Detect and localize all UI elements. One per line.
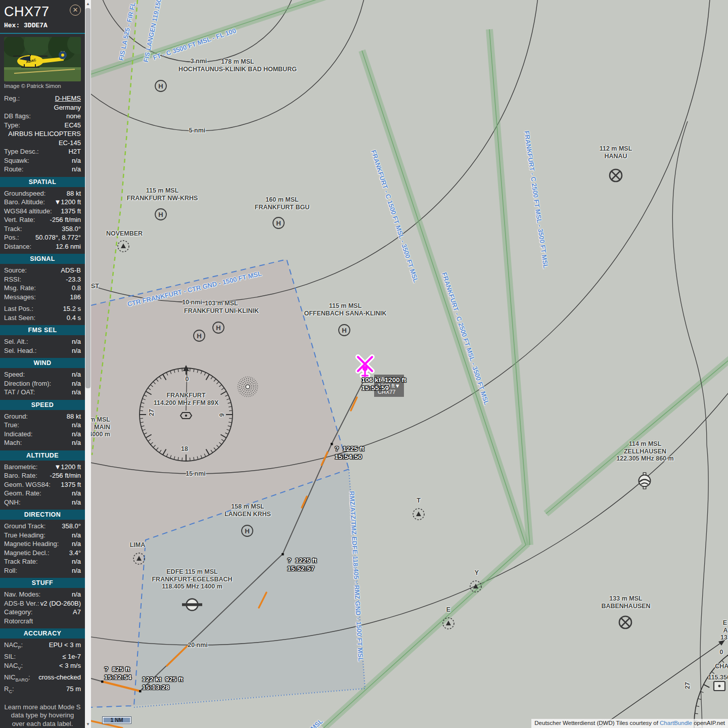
map-label: 158 m MSLLANGEN KRHS xyxy=(224,503,271,518)
row-value: n/a xyxy=(72,379,81,388)
row-value: 0.8 xyxy=(72,284,81,293)
map-label: LIMA xyxy=(130,541,146,549)
row-label: WGS84 altitude: xyxy=(4,207,52,216)
map-label: EDFE 115 m MSLFRANKFURT-EGELSBACH118.405… xyxy=(152,568,232,590)
row-value: n/a xyxy=(72,489,81,498)
trail-point-label: 106 kt 1200 ft15:55:59 xyxy=(361,376,406,392)
scroll-up-icon[interactable]: ▲ xyxy=(85,2,91,6)
data-row: Nav. Modes:n/a xyxy=(4,590,81,599)
registration-link[interactable]: D-HEMS xyxy=(55,94,81,103)
map-label: 27 xyxy=(148,409,156,416)
row-value: n/a xyxy=(72,388,81,397)
data-row: Magnetic Decl.:3.4° xyxy=(4,549,81,558)
glider-site-icon-zellhausen xyxy=(634,471,655,491)
row-label: Ground Track: xyxy=(4,522,46,531)
row-label: Baro. Altitude: xyxy=(4,198,45,207)
row-value: 358.0° xyxy=(62,522,81,531)
row-label: Sel. Alt.: xyxy=(4,337,28,346)
map-label: NOVEMBER xyxy=(106,230,143,238)
row-value: A7 xyxy=(73,608,81,617)
data-row: Messages:186 xyxy=(4,293,81,302)
airfield-icon-edfe xyxy=(180,597,204,612)
aircraft-detail-panel: CHX77 ✕ Hex: 3DDE7A ADAC Image © Patrick… xyxy=(0,0,85,728)
row-label: Mach: xyxy=(4,438,22,447)
row-value: n/a xyxy=(72,165,81,174)
data-row: Track Rate:n/a xyxy=(4,557,81,566)
svg-text:H: H xyxy=(276,219,281,227)
helicopter-icon[interactable] xyxy=(358,357,372,377)
data-row: Vert. Rate:-256 ft/min xyxy=(4,215,81,224)
close-icon[interactable]: ✕ xyxy=(70,5,81,16)
row-label: NACP: xyxy=(4,641,23,652)
data-row: Pos.:50.078°, 8.772° xyxy=(4,233,81,242)
data-row: DB flags:none xyxy=(4,112,81,121)
section-header-fms-sel: FMS SEL xyxy=(0,325,85,335)
row-value: 12.6 nmi xyxy=(56,242,81,251)
data-row: True Heading:n/a xyxy=(4,531,81,540)
vor-compass-rose-charlie xyxy=(599,637,728,728)
map-canvas[interactable]: Wind n/a 1200 ft▼ CHX77 178 m MSLHOCHTAU… xyxy=(91,0,728,728)
row-value: 15.2 s xyxy=(63,304,81,313)
row-value: 186 xyxy=(70,293,81,302)
row-label: Ground: xyxy=(4,412,28,421)
section-header-stuff: STUFF xyxy=(0,578,85,588)
svg-text:H: H xyxy=(158,211,163,218)
map-label: m MSLMAIN4000 m xyxy=(91,416,110,438)
scrollbar-thumb[interactable] xyxy=(85,8,90,388)
callsign-title: CHX77 xyxy=(4,4,81,20)
data-row: Ground Track:358.0° xyxy=(4,522,81,531)
svg-text:H: H xyxy=(342,327,346,334)
row-label: Speed: xyxy=(4,370,25,379)
data-row: Type Desc.:H2T xyxy=(4,147,81,156)
data-row: Msg. Rate:0.8 xyxy=(4,284,81,293)
data-row: NACP:EPU < 3 m xyxy=(4,641,81,652)
row-value: Germany xyxy=(54,103,81,112)
data-row: Germany xyxy=(4,103,81,112)
section-header-signal: SIGNAL xyxy=(0,254,85,264)
data-row: RC:75 m xyxy=(4,685,81,696)
row-label: Geom. WGS84: xyxy=(4,480,51,489)
row-value: ▼1200 ft xyxy=(54,463,81,472)
vfr-point-icon-lima xyxy=(131,551,147,566)
map-label: T xyxy=(417,497,421,505)
row-label: Sel. Head.: xyxy=(4,346,36,355)
map-label: 13 xyxy=(720,634,727,642)
scroll-down-icon[interactable]: ▼ xyxy=(85,722,91,726)
map-label: 112 m MSLHANAU xyxy=(600,145,632,160)
row-label: RC: xyxy=(4,685,14,696)
row-value: < 3 m/s xyxy=(59,661,81,673)
data-row: Roll:n/a xyxy=(4,566,81,575)
data-row: Rotorcraft xyxy=(4,617,81,626)
row-value: v2 (DO-260B) xyxy=(40,599,81,608)
map-label: 114 m MSLZELLHAUSEN122.305 MHz 860 m xyxy=(616,440,673,463)
hex-code: Hex: 3DDE7A xyxy=(4,22,81,29)
map-label: 18 xyxy=(181,445,188,453)
data-row: Magnetic Heading:n/a xyxy=(4,539,81,549)
data-row: True:n/a xyxy=(4,421,81,430)
vfr-point-icon-t xyxy=(411,507,426,522)
helipad-icon-hochtaunus: H xyxy=(153,78,168,94)
map-label: A xyxy=(723,627,727,634)
row-value: n/a xyxy=(72,430,81,439)
aircraft-info-rows: Reg.:D-HEMSGermanyDB flags:noneType:EC45… xyxy=(4,94,81,174)
row-value: n/a xyxy=(72,438,81,447)
map-label: 133 m MSLBABENHAUSEN xyxy=(601,595,650,610)
row-label: Track Rate: xyxy=(4,557,38,566)
row-value: 1375 ft xyxy=(61,480,81,489)
data-row: Direction (from):n/a xyxy=(4,379,81,388)
data-row: Source:ADS-B xyxy=(4,266,81,275)
data-row: Route:n/a xyxy=(4,165,81,174)
data-row: Category:A7 xyxy=(4,608,81,617)
data-row: QNH:n/a xyxy=(4,498,81,507)
data-row: Speed:n/a xyxy=(4,370,81,379)
sidebar-scrollbar[interactable]: ▲ ▼ xyxy=(85,0,91,728)
row-label: TAT / OAT: xyxy=(4,388,35,397)
svg-text:H: H xyxy=(197,332,201,340)
row-value: 75 m xyxy=(66,685,81,696)
row-label: Groundspeed: xyxy=(4,189,46,198)
helipad-icon-offenbach: H xyxy=(337,323,352,338)
row-value: 88 kt xyxy=(67,189,81,198)
row-label: ADS-B Ver.: xyxy=(4,599,39,608)
vfr-point-icon-november xyxy=(116,239,131,254)
chartbundle-link[interactable]: ChartBundle xyxy=(660,720,692,726)
